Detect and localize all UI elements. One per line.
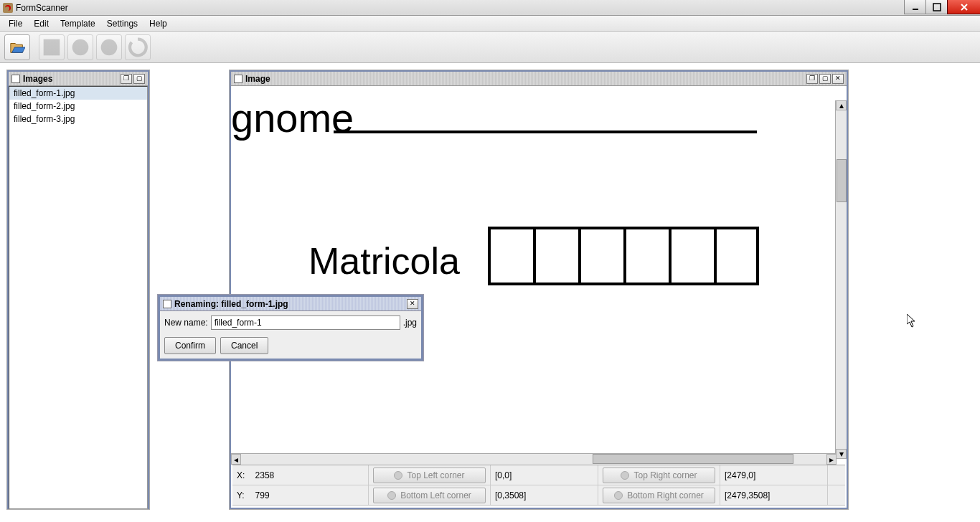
corner-dot-icon	[621, 471, 629, 480]
x-value: 2358	[255, 470, 364, 480]
top-left-corner-button[interactable]: Top Left corner	[373, 468, 486, 483]
bottom-right-corner-button[interactable]: Bottom Right corner	[603, 488, 715, 503]
svg-rect-1	[933, 4, 941, 11]
bottom-left-corner-value: [0,3508]	[495, 490, 526, 500]
scroll-thumb[interactable]	[837, 159, 847, 202]
rename-label: New name:	[164, 318, 208, 328]
scroll-left-icon[interactable]: ◂	[231, 454, 241, 465]
bottom-right-corner-value: [2479,3508]	[725, 490, 770, 500]
form-boxes	[488, 227, 759, 285]
menu-help[interactable]: Help	[143, 17, 173, 30]
bottom-left-corner-button[interactable]: Bottom Left corner	[373, 488, 486, 503]
image-frame-close-icon[interactable]: ✕	[832, 74, 844, 84]
list-item[interactable]: filled_form-2.jpg	[9, 100, 147, 113]
maximize-button[interactable]	[925, 0, 947, 14]
svg-point-3	[72, 39, 89, 55]
top-left-corner-value: [0,0]	[495, 470, 512, 480]
open-button[interactable]	[4, 34, 30, 60]
cancel-button[interactable]: Cancel	[220, 337, 268, 354]
image-canvas[interactable]: gnome Matricola	[231, 86, 828, 446]
menu-edit[interactable]: Edit	[28, 17, 55, 30]
frame-icon	[11, 75, 20, 83]
list-item[interactable]: filled_form-3.jpg	[9, 113, 147, 125]
rename-dialog-titlebar[interactable]: Renaming: filled_form-1.jpg ✕	[160, 297, 421, 311]
top-right-corner-button[interactable]: Top Right corner	[603, 468, 715, 483]
tb-btn-4	[125, 34, 151, 60]
images-frame-titlebar[interactable]: Images ❐ ▢	[9, 72, 148, 86]
image-frame-max-icon[interactable]: ▢	[819, 74, 831, 84]
image-frame: Image ❐ ▢ ✕ gnome Matricola ▴ ▾	[230, 70, 848, 509]
scroll-right-icon[interactable]: ▸	[826, 454, 837, 465]
vertical-scrollbar[interactable]: ▴ ▾	[835, 100, 847, 459]
tb-btn-3	[96, 34, 122, 60]
form-text-matricola: Matricola	[308, 239, 460, 283]
horizontal-scrollbar[interactable]: ◂ ▸	[231, 453, 837, 465]
status-panel: X:2358 Top Left corner [0,0] Top Right c…	[232, 465, 845, 506]
svg-point-4	[101, 39, 118, 55]
rename-dialog-title: Renaming: filled_form-1.jpg	[174, 299, 404, 309]
images-frame-max-icon[interactable]: ▢	[133, 74, 145, 84]
menu-file[interactable]: File	[3, 17, 28, 30]
image-frame-restore-icon[interactable]: ❐	[806, 74, 818, 84]
rename-ext: .jpg	[403, 318, 417, 328]
images-frame: Images ❐ ▢ filled_form-1.jpg filled_form…	[7, 70, 149, 509]
y-label: Y:	[237, 490, 251, 500]
window-titlebar: FormScanner	[0, 0, 980, 16]
menu-settings[interactable]: Settings	[101, 17, 143, 30]
y-value: 799	[255, 490, 364, 500]
corner-dot-icon	[387, 491, 396, 500]
images-list[interactable]: filled_form-1.jpg filled_form-2.jpg fill…	[9, 86, 148, 509]
frame-icon	[234, 75, 242, 83]
svg-rect-2	[44, 39, 60, 55]
close-button[interactable]	[947, 0, 980, 14]
rename-close-icon[interactable]: ✕	[407, 299, 418, 309]
form-text-gnome: gnome	[231, 95, 354, 141]
workspace: Images ❐ ▢ filled_form-1.jpg filled_form…	[0, 63, 980, 522]
frame-icon	[163, 300, 171, 308]
menubar: File Edit Template Settings Help	[0, 16, 980, 32]
x-label: X:	[237, 470, 251, 480]
scroll-thumb[interactable]	[593, 454, 793, 464]
menu-template[interactable]: Template	[55, 17, 101, 30]
mouse-cursor-icon	[907, 314, 917, 328]
scroll-down-icon[interactable]: ▾	[836, 449, 847, 459]
svg-rect-0	[913, 9, 918, 10]
top-right-corner-value: [2479,0]	[725, 470, 755, 480]
toolbar	[0, 32, 980, 63]
images-frame-title: Images	[23, 74, 118, 84]
list-item[interactable]: filled_form-1.jpg	[9, 87, 147, 100]
form-underline	[334, 130, 757, 133]
image-frame-titlebar[interactable]: Image ❐ ▢ ✕	[231, 72, 847, 86]
window-title: FormScanner	[16, 3, 977, 13]
corner-dot-icon	[614, 491, 623, 500]
rename-dialog: Renaming: filled_form-1.jpg ✕ New name: …	[158, 295, 423, 361]
images-frame-restore-icon[interactable]: ❐	[121, 74, 132, 84]
image-frame-title: Image	[245, 74, 804, 84]
tb-btn-2	[67, 34, 93, 60]
corner-dot-icon	[394, 471, 402, 480]
minimize-button[interactable]	[904, 0, 925, 14]
scroll-up-icon[interactable]: ▴	[836, 100, 847, 110]
java-icon	[3, 3, 13, 13]
tb-btn-1	[39, 34, 65, 60]
rename-input[interactable]	[211, 315, 400, 330]
confirm-button[interactable]: Confirm	[164, 337, 216, 354]
